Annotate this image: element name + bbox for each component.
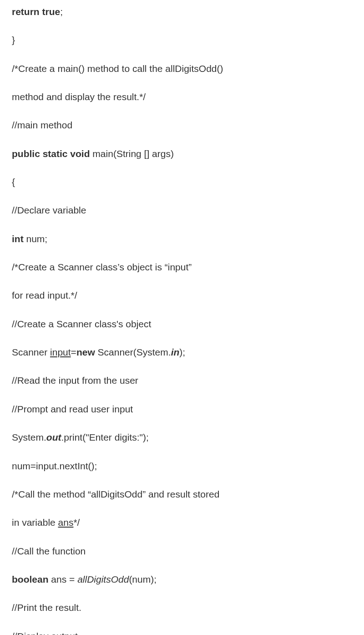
code-token: out <box>46 432 61 442</box>
code-token: Scanner <box>12 347 50 357</box>
code-token: ans = <box>49 574 78 584</box>
code-token: ; <box>60 6 63 17</box>
code-line: int num; <box>12 233 352 245</box>
code-token: public static void <box>12 148 90 159</box>
code-token: new <box>76 347 95 357</box>
code-line: Scanner input=new Scanner(System.in); <box>12 346 352 359</box>
code-token: = <box>71 347 76 357</box>
code-token: in <box>171 347 180 357</box>
code-block: { "lines": [ { "kind": "return_true" }, … <box>0 0 364 635</box>
code-token: return true <box>12 6 60 17</box>
code-token: in variable <box>12 517 58 528</box>
code-token: System. <box>12 432 46 442</box>
code-line: //Print the result. <box>12 601 352 614</box>
code-token: boolean <box>12 574 49 584</box>
code-token: (num); <box>129 574 157 584</box>
code-lines: return true;}/*Create a main() method to… <box>12 5 352 635</box>
code-line: //Call the function <box>12 545 352 558</box>
code-line: /*Create a Scanner class’s object is “in… <box>12 261 352 274</box>
code-line: } <box>12 34 352 46</box>
code-token: main(String [] args) <box>90 148 174 159</box>
code-token: num; <box>24 234 48 244</box>
code-token: allDigitsOdd <box>77 574 129 584</box>
code-line: num=input.nextInt(); <box>12 460 352 472</box>
code-token: Scanner(System. <box>95 347 171 357</box>
code-line: //main method <box>12 119 352 132</box>
code-line: //Read the input from the user <box>12 374 352 387</box>
code-line: /*Create a main() method to call the all… <box>12 62 352 75</box>
code-line: //Create a Scanner class's object <box>12 318 352 330</box>
code-line: //Display output <box>12 630 352 635</box>
code-line: method and display the result.*/ <box>12 91 352 103</box>
code-token: ans <box>58 517 74 528</box>
code-token: */ <box>73 517 80 528</box>
code-line: boolean ans = allDigitsOdd(num); <box>12 573 352 586</box>
code-token: ); <box>179 347 185 357</box>
code-line: return true; <box>12 5 352 18</box>
code-line: //Prompt and read user input <box>12 403 352 416</box>
code-line: { <box>12 176 352 188</box>
code-line: in variable ans*/ <box>12 516 352 529</box>
code-line: //Declare variable <box>12 204 352 217</box>
code-line: public static void main(String [] args) <box>12 147 352 160</box>
code-token: input <box>50 347 71 357</box>
code-line: /*Call the method “allDigitsOdd” and res… <box>12 488 352 501</box>
code-token: .print("Enter digits:"); <box>61 432 149 442</box>
code-line: System.out.print("Enter digits:"); <box>12 431 352 444</box>
code-token: int <box>12 234 24 244</box>
code-line: for read input.*/ <box>12 289 352 302</box>
